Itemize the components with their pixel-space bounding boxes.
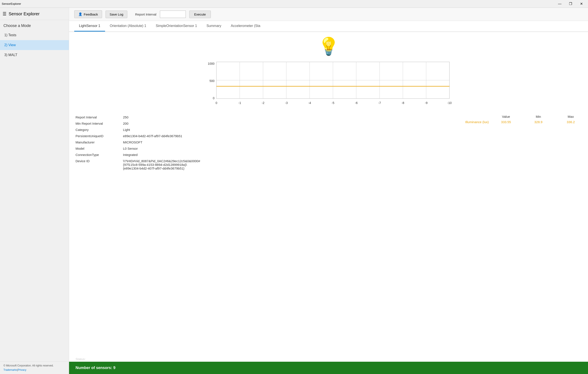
- inline-readings: Report Interval 250 Min Report Interval …: [75, 115, 581, 175]
- title-bar: SensorExplorer — ❐ ✕: [0, 0, 588, 8]
- report-interval-prop-value: 250: [123, 115, 450, 120]
- app-body: ☰ Sensor Explorer Choose a Mode 1) Tests…: [0, 8, 588, 374]
- tabs-bar: LightSensor 1 Orientation (Absolute) 1 S…: [69, 21, 588, 32]
- person-icon: 👤: [78, 12, 83, 16]
- persistent-uid-label: PersistentUniqueID: [75, 134, 123, 138]
- content-area: 💡 1000 500 0: [69, 32, 588, 355]
- tab-simple-orientation[interactable]: SimpleOrientationSensor 1: [151, 21, 202, 31]
- min-report-interval-value: 200: [123, 121, 450, 126]
- svg-text:-7: -7: [378, 101, 381, 105]
- svg-text:-5: -5: [331, 101, 334, 105]
- sidebar-item-view[interactable]: 2) View: [0, 40, 69, 50]
- tab-summary[interactable]: Summary: [202, 21, 226, 31]
- sidebar-nav: 1) Tests 2) View 3) MALT: [0, 30, 69, 60]
- status-label: Status:: [69, 355, 588, 362]
- min-report-interval-label: Min Report Interval: [75, 121, 123, 126]
- main-content: 👤 Feedback Save Log Report Interval Exec…: [69, 8, 588, 374]
- connection-type-value: Integrated: [123, 152, 450, 157]
- svg-text:-3: -3: [285, 101, 288, 105]
- feedback-button[interactable]: 👤 Feedback: [74, 10, 102, 18]
- min-header: Min: [530, 115, 547, 118]
- current-reading-value: 333.55: [497, 120, 515, 124]
- sensor-data-table: Report Interval 250 Min Report Interval …: [75, 115, 450, 171]
- sidebar: ☰ Sensor Explorer Choose a Mode 1) Tests…: [0, 8, 69, 374]
- svg-text:-2: -2: [262, 101, 264, 105]
- device-id-value: \\?\HID#Vid_8087&Pid_0AC2#6&29ec12c5&0&0…: [123, 158, 450, 171]
- max-header: Max: [562, 115, 579, 118]
- sidebar-header: ☰ Sensor Explorer: [0, 8, 69, 20]
- save-log-button[interactable]: Save Log: [105, 10, 127, 18]
- feedback-label: Feedback: [84, 12, 98, 16]
- sidebar-app-name: Sensor Explorer: [9, 11, 40, 16]
- svg-text:-6: -6: [355, 101, 357, 105]
- title-bar-controls: — ❐ ✕: [555, 0, 586, 7]
- min-reading-value: 328.9: [530, 120, 547, 124]
- value-header: Value: [497, 115, 515, 118]
- tab-lightsensor1[interactable]: LightSensor 1: [74, 21, 105, 31]
- tab-orientation-abs[interactable]: Orientation (Absolute) 1: [105, 21, 151, 31]
- close-button[interactable]: ✕: [576, 0, 586, 7]
- sensor-chart: 1000 500 0: [205, 61, 453, 108]
- svg-text:0: 0: [213, 96, 214, 100]
- svg-text:-8: -8: [401, 101, 404, 105]
- sidebar-footer: © Microsoft Corporation. All rights rese…: [0, 361, 69, 374]
- report-interval-label: Report Interval: [135, 12, 156, 16]
- svg-text:-9: -9: [425, 101, 428, 105]
- hamburger-icon[interactable]: ☰: [3, 11, 7, 16]
- execute-button[interactable]: Execute: [189, 10, 211, 18]
- status-message: Number of sensors: 9: [75, 366, 116, 370]
- sensor-props: Report Interval 250 Min Report Interval …: [75, 115, 450, 175]
- readings-panel: Value Min Max Illuminance (lux) 333.55 3…: [450, 115, 581, 124]
- tab-accelerometer[interactable]: Accelerometer (Sta: [226, 21, 265, 31]
- svg-text:500: 500: [209, 79, 214, 83]
- privacy-link[interactable]: Privacy: [18, 368, 26, 371]
- status-text: Status:: [75, 357, 86, 361]
- max-reading-value: 336.2: [562, 120, 579, 124]
- manufacturer-value: MICROSOFT: [123, 140, 450, 145]
- title-bar-left: SensorExplorer: [2, 2, 21, 5]
- save-log-label: Save Log: [110, 12, 123, 16]
- copyright-text: © Microsoft Corporation. All rights rese…: [3, 364, 65, 367]
- persistent-uid-value: e89e1304-b4d2-407f-af97-dd4fe3679b51: [123, 134, 450, 138]
- report-interval-prop-label: Report Interval: [75, 115, 123, 120]
- choose-mode-label: Choose a Mode: [0, 20, 69, 30]
- status-bar: Number of sensors: 9: [69, 362, 588, 374]
- illuminance-label: Illuminance (lux): [450, 120, 489, 124]
- connection-type-label: ConnectionType: [75, 152, 123, 157]
- minimize-button[interactable]: —: [555, 0, 565, 7]
- sidebar-item-malt[interactable]: 3) MALT: [0, 50, 69, 60]
- svg-text:0: 0: [216, 101, 217, 105]
- svg-text:-4: -4: [308, 101, 311, 105]
- chart-container: 1000 500 0: [205, 61, 453, 108]
- device-id-label: Device ID: [75, 158, 123, 171]
- sensor-icon-area: 💡: [75, 36, 581, 56]
- svg-text:-10: -10: [447, 101, 452, 105]
- toolbar: 👤 Feedback Save Log Report Interval Exec…: [69, 8, 588, 21]
- category-label: Category: [75, 127, 123, 132]
- category-value: Light: [123, 127, 450, 132]
- report-interval-input[interactable]: [160, 10, 186, 18]
- maximize-button[interactable]: ❐: [566, 0, 576, 7]
- app-title: SensorExplorer: [2, 2, 21, 5]
- lightbulb-icon: 💡: [318, 36, 339, 56]
- trademarks-link[interactable]: Trademarks: [3, 368, 17, 371]
- svg-text:1000: 1000: [208, 62, 214, 65]
- sidebar-item-tests[interactable]: 1) Tests: [0, 30, 69, 40]
- manufacturer-label: Manufacturer: [75, 140, 123, 145]
- model-label: Model: [75, 146, 123, 151]
- model-value: L0 Sensor: [123, 146, 450, 151]
- svg-text:-1: -1: [238, 101, 241, 105]
